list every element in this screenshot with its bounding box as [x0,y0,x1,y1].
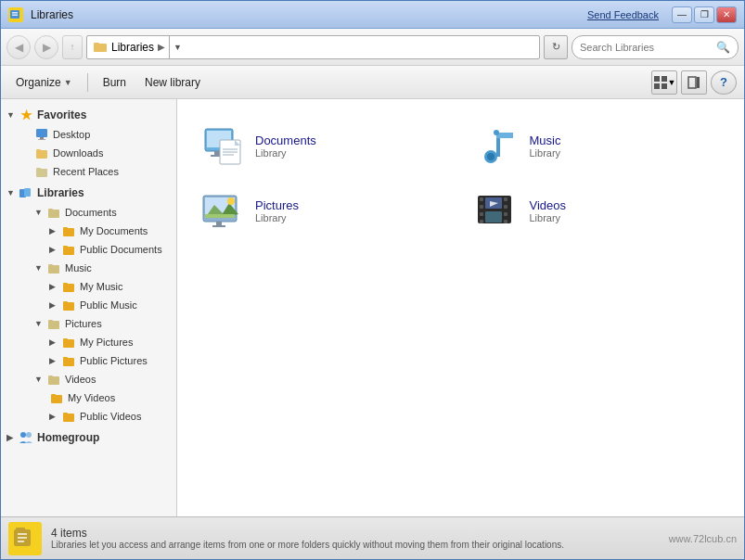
search-input[interactable] [580,42,713,53]
statusbar: 4 items Libraries let you access and arr… [1,516,744,559]
back-button[interactable]: ◀ [6,35,31,59]
svg-rect-84 [18,541,24,542]
restore-button[interactable]: ❐ [694,6,714,23]
svg-rect-37 [63,357,68,359]
svg-rect-1 [12,12,18,14]
public-music-icon [61,298,76,312]
favorites-section: ▼ ★ Favorites Desktop Downloads [1,105,176,181]
svg-rect-33 [48,320,53,322]
sidebar-item-my-pictures[interactable]: ▶ My Pictures [1,333,176,351]
address-bar[interactable]: Libraries ▶ ▼ [86,35,540,59]
address-dropdown[interactable]: ▼ [169,35,186,59]
svg-rect-34 [63,339,74,348]
svg-rect-22 [63,228,74,236]
desktop-icon [34,127,49,142]
sidebar-item-public-videos[interactable]: ▶ Public Videos [1,407,176,426]
close-button[interactable]: ✕ [716,6,737,23]
libraries-header[interactable]: ▼ Libraries [1,183,176,203]
sidebar-item-downloads[interactable]: Downloads [1,144,176,162]
documents-folder-icon [46,205,61,220]
toolbar-right: ▼ ? [651,70,737,95]
documents-library-name: Documents [255,134,316,147]
sidebar-item-my-videos[interactable]: My Videos [1,388,176,407]
favorites-star-icon: ★ [19,108,33,122]
sidebar-item-my-music[interactable]: ▶ My Music [1,277,176,296]
pubvids-collapse-icon: ▶ [49,412,58,421]
svg-rect-14 [36,150,47,159]
preview-pane-button[interactable] [681,70,707,95]
svg-rect-28 [63,284,74,292]
window-icon [8,7,23,22]
sidebar-item-public-documents[interactable]: ▶ Public Documents [1,240,176,259]
sidebar-item-videos[interactable]: ▼ Videos [1,370,176,388]
documents-icon [201,123,246,168]
music-library-type: Library [530,147,561,159]
sidebar-item-music[interactable]: ▼ Music [1,259,176,277]
svg-rect-9 [688,77,696,88]
svg-rect-23 [63,227,68,229]
music-collapse-icon: ▼ [34,263,44,273]
up-button[interactable]: ↑ [62,35,83,59]
svg-rect-35 [63,338,68,340]
new-library-button[interactable]: New library [137,72,208,93]
refresh-button[interactable]: ↻ [544,35,568,59]
sidebar-item-recent-places[interactable]: Recent Places [1,162,176,181]
documents-library-type: Library [255,147,316,159]
view-toggle-button[interactable]: ▼ [651,70,677,95]
minimize-button[interactable]: — [672,6,692,23]
my-documents-icon [61,223,76,238]
main-area: ▼ ★ Favorites Desktop Downloads [1,99,744,516]
forward-button[interactable]: ▶ [34,35,58,59]
svg-rect-5 [654,76,660,82]
sidebar-item-my-documents[interactable]: ▶ My Documents [1,222,176,240]
content-area: Documents Library [177,99,744,516]
svg-rect-83 [18,537,27,539]
svg-rect-4 [94,43,99,45]
music-library-item[interactable]: Music Library [470,118,726,173]
pictures-library-item[interactable]: Pictures Library [196,183,452,238]
favorites-header[interactable]: ▼ ★ Favorites [1,105,176,125]
sidebar-item-pictures[interactable]: ▼ Pictures [1,314,176,333]
search-bar[interactable]: 🔍 [572,35,739,59]
libraries-section: ▼ Libraries ▼ Documents ▶ [1,183,176,426]
homegroup-section: ▶ Homegroup [1,427,176,448]
window-title: Libraries [31,8,73,21]
svg-rect-21 [48,209,53,210]
svg-rect-71 [480,212,483,216]
svg-rect-39 [48,375,53,377]
public-pictures-icon [61,353,76,368]
svg-rect-19 [24,188,31,197]
send-feedback-link[interactable]: Send Feedback [587,9,659,20]
svg-rect-31 [63,301,68,303]
libraries-icon [19,185,33,200]
svg-rect-12 [40,137,44,139]
svg-rect-25 [63,246,68,248]
mypics-collapse-icon: ▶ [49,337,58,347]
sidebar-item-public-music[interactable]: ▶ Public Music [1,296,176,314]
svg-rect-67 [212,225,225,227]
library-grid: Documents Library [186,108,735,248]
svg-rect-24 [63,247,74,255]
videos-library-item[interactable]: Videos Library [470,183,726,238]
svg-rect-30 [63,302,74,311]
sidebar-item-public-pictures[interactable]: ▶ Public Pictures [1,351,176,370]
svg-point-65 [227,197,235,205]
docs-collapse-icon: ▼ [34,208,44,217]
documents-library-item[interactable]: Documents Library [196,118,452,173]
sidebar-item-desktop[interactable]: Desktop [1,125,176,144]
organize-dropdown-icon: ▼ [64,78,72,87]
homegroup-header[interactable]: ▶ Homegroup [1,427,176,448]
sidebar-item-documents[interactable]: ▼ Documents [1,203,176,222]
titlebar-left: Libraries [8,7,73,22]
my-music-icon [61,279,76,294]
organize-button[interactable]: Organize ▼ [8,72,80,93]
burn-button[interactable]: Burn [96,72,134,93]
help-button[interactable]: ? [711,70,737,95]
statusbar-watermark: www.72lcub.cn [669,533,737,544]
svg-rect-6 [662,76,667,82]
music-folder-icon [46,261,61,275]
svg-rect-66 [216,222,222,225]
documents-library-info: Documents Library [255,134,316,159]
homegroup-icon [19,430,33,445]
view-dropdown-icon: ▼ [668,78,676,87]
